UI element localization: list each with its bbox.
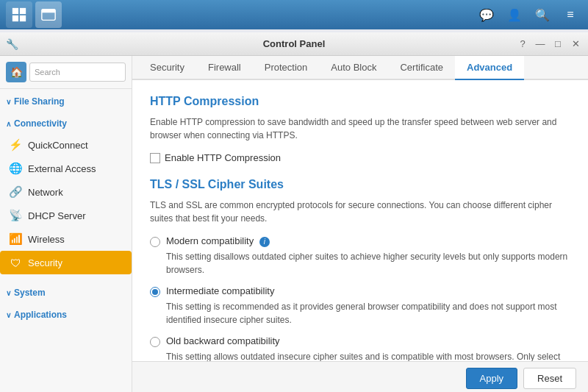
maximize-button[interactable]: □	[551, 38, 564, 51]
intermediate-compat-option: Intermediate compatibility	[150, 285, 570, 297]
security-item[interactable]: 🛡 Security	[0, 251, 132, 274]
user-icon[interactable]: 👤	[503, 3, 526, 26]
http-compression-checkbox-label: Enable HTTP Compression	[165, 152, 281, 163]
modern-compat-info-icon[interactable]: i	[259, 237, 270, 247]
system-section: ∨ System	[0, 280, 132, 302]
intermediate-compat-label: Intermediate compatibility	[166, 285, 274, 296]
applications-section: ∨ Applications	[0, 302, 132, 324]
tab-auto-block[interactable]: Auto Block	[319, 56, 388, 80]
content-footer: Apply Reset	[132, 361, 588, 392]
content-area: Security Firewall Protection Auto Block …	[132, 56, 588, 392]
network-item[interactable]: 🔗 Network	[0, 180, 132, 204]
tab-protection[interactable]: Protection	[253, 56, 320, 80]
tab-firewall[interactable]: Firewall	[196, 56, 253, 80]
http-compression-title: HTTP Compression	[150, 95, 570, 108]
cipher-suite-options: Modern compatibility i This setting disa…	[150, 235, 570, 361]
connectivity-header[interactable]: ∧ Connectivity	[6, 115, 126, 132]
info-icon[interactable]: ≡	[559, 3, 582, 26]
old-backward-option: Old backward compatibility	[150, 335, 570, 347]
svg-rect-1	[20, 8, 26, 14]
applications-header[interactable]: ∨ Applications	[6, 307, 126, 323]
window-titlebar: 🔧 Control Panel ? — □ ✕	[0, 32, 588, 56]
tab-bar: Security Firewall Protection Auto Block …	[132, 56, 588, 80]
modern-compat-label: Modern compatibility i	[166, 235, 270, 247]
chat-icon[interactable]: 💬	[475, 3, 498, 26]
dhcp-icon: 📡	[9, 209, 22, 222]
http-compression-checkbox-row: Enable HTTP Compression	[150, 152, 570, 163]
active-window-icon[interactable]	[35, 1, 62, 28]
tls-section-desc: TLS and SSL are common encrypted protoco…	[150, 199, 570, 225]
old-backward-desc: This setting allows outdated insecure ci…	[166, 350, 570, 361]
modern-compat-desc: This setting disallows outdated cipher s…	[166, 250, 570, 277]
wireless-item[interactable]: 📶 Wireless	[0, 227, 132, 251]
wireless-icon: 📶	[9, 232, 22, 246]
svg-rect-5	[42, 10, 55, 13]
dhcp-server-item[interactable]: 📡 DHCP Server	[0, 204, 132, 227]
close-button[interactable]: ✕	[569, 38, 582, 51]
intermediate-compat-desc: This setting is recommended as it provid…	[166, 300, 570, 327]
svg-rect-0	[12, 8, 18, 14]
taskbar: 💬 👤 🔍 ≡	[0, 0, 588, 29]
old-backward-radio[interactable]	[150, 337, 160, 347]
svg-rect-3	[20, 15, 26, 21]
minimize-button[interactable]: —	[534, 38, 547, 51]
tab-advanced[interactable]: Advanced	[455, 56, 524, 80]
modern-compat-radio[interactable]	[150, 237, 160, 247]
content-body: HTTP Compression Enable HTTP compression…	[132, 80, 588, 361]
old-backward-label: Old backward compatibility	[166, 335, 280, 346]
apply-button[interactable]: Apply	[466, 368, 518, 389]
file-sharing-section: ∨ File Sharing	[0, 89, 132, 111]
search-input[interactable]: Search	[29, 63, 126, 82]
svg-rect-2	[12, 15, 18, 21]
system-header[interactable]: ∨ System	[6, 285, 126, 301]
modern-compat-option: Modern compatibility i	[150, 235, 570, 247]
connectivity-section: ∧ Connectivity	[0, 111, 132, 133]
reset-button[interactable]: Reset	[523, 368, 576, 389]
control-panel-window: 🔧 Control Panel ? — □ ✕ 🏠 Search ∨	[0, 32, 588, 392]
http-compression-desc: Enable HTTP compression to save bandwidt…	[150, 115, 570, 142]
tab-certificate[interactable]: Certificate	[388, 56, 455, 80]
home-button[interactable]: 🏠	[6, 62, 26, 82]
external-access-icon: 🌐	[9, 162, 22, 175]
search-icon[interactable]: 🔍	[531, 3, 554, 26]
tab-security[interactable]: Security	[138, 56, 196, 80]
help-button[interactable]: ?	[516, 38, 529, 51]
security-icon: 🛡	[9, 256, 22, 269]
grid-icon[interactable]	[6, 1, 32, 28]
sidebar: 🏠 Search ∨ File Sharing ∧ Connectivity	[0, 56, 132, 392]
quickconnect-item[interactable]: ⚡ QuickConnect	[0, 133, 132, 157]
sidebar-search-area: 🏠 Search	[0, 56, 132, 89]
network-icon: 🔗	[9, 185, 22, 199]
external-access-item[interactable]: 🌐 External Access	[0, 157, 132, 180]
tls-section-title: TLS / SSL Cipher Suites	[150, 178, 570, 191]
window-title: Control Panel	[263, 38, 326, 49]
taskbar-right-icons: 💬 👤 🔍 ≡	[475, 3, 582, 26]
window-icon-left: 🔧	[6, 38, 18, 50]
intermediate-compat-radio[interactable]	[150, 287, 160, 297]
file-sharing-header[interactable]: ∨ File Sharing	[6, 93, 126, 110]
quickconnect-icon: ⚡	[9, 138, 22, 152]
main-layout: 🏠 Search ∨ File Sharing ∧ Connectivity	[0, 56, 588, 392]
window-controls: ? — □ ✕	[516, 38, 582, 51]
http-compression-checkbox[interactable]	[150, 153, 160, 163]
